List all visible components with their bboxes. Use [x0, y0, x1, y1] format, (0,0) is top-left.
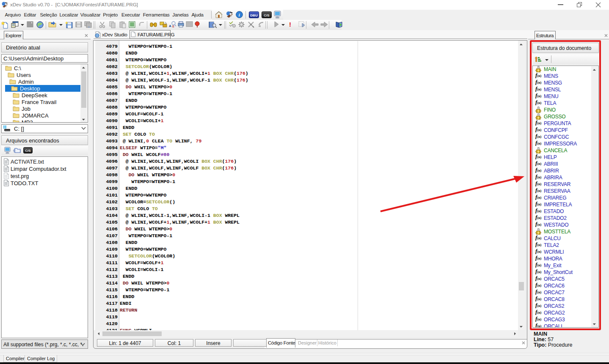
svg-text:A: A	[169, 24, 171, 28]
svg-text:B: B	[172, 25, 174, 28]
